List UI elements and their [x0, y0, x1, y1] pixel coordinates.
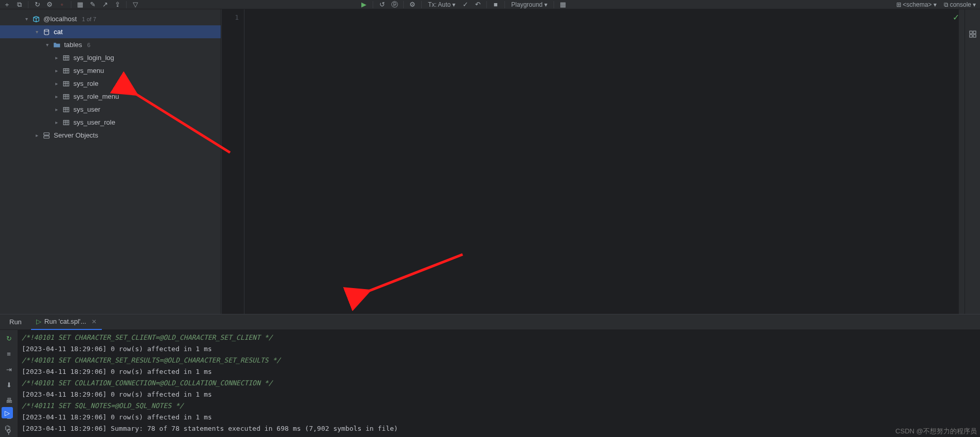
tree-connection-label: @localhost	[42, 15, 77, 23]
run-icon[interactable]: ▶	[359, 1, 369, 9]
chevron-right-icon[interactable]	[53, 94, 60, 99]
svg-rect-21	[64, 120, 69, 125]
table-icon	[62, 80, 70, 88]
settings-icon[interactable]: ⚙	[408, 1, 417, 9]
tree-table-row[interactable]: sys_login_log	[0, 51, 221, 64]
playground-dropdown[interactable]: Playground	[509, 1, 549, 8]
svg-rect-13	[64, 94, 69, 99]
layout-icon[interactable]: ▦	[558, 1, 568, 9]
export-icon[interactable]: ⇪	[113, 1, 122, 9]
tree-table-row[interactable]: sys_role	[0, 77, 221, 90]
tree-connection-badge: 1 of 7	[82, 16, 97, 22]
filter-icon[interactable]: ▽	[131, 1, 140, 9]
tx-mode-dropdown[interactable]: Tx: Auto	[426, 1, 457, 8]
structure-icon[interactable]: ⌬	[3, 424, 12, 432]
datasource-icon	[32, 15, 40, 23]
svg-rect-29	[970, 35, 972, 37]
edit-icon[interactable]: ✎	[88, 1, 97, 9]
console-log-line: [2023-04-11 18:29:06] Summary: 78 of 78 …	[22, 423, 976, 434]
watermark: CSDN @不想努力的程序员	[895, 427, 977, 436]
jump-icon[interactable]: ↗	[100, 1, 110, 9]
chevron-right-icon[interactable]	[33, 132, 40, 138]
chevron-down-icon	[933, 1, 937, 8]
tree-table-row[interactable]: sys_role_menu	[0, 90, 221, 103]
tree-connection[interactable]: @localhost 1 of 7	[0, 12, 221, 25]
top-toolbar: ＋ ⧉ ↻ ⚙ ◦ ▦ ✎ ↗ ⇪ ▽ ▶ ↺ ⓟ ⚙ Tx: Auto ✓ ↶	[0, 0, 980, 9]
chevron-down-icon[interactable]	[33, 29, 40, 35]
table-icon[interactable]: ▦	[75, 1, 85, 9]
server-objects-icon	[42, 131, 51, 140]
chevron-down-icon	[973, 1, 976, 8]
download-icon[interactable]: ⬇	[3, 380, 14, 390]
code-editor[interactable]	[244, 9, 958, 314]
tree-table-row[interactable]: sys_user	[0, 103, 221, 116]
right-toolwindow-strip	[964, 9, 980, 314]
close-icon[interactable]: ✕	[91, 318, 97, 325]
tree-schema[interactable]: cat	[0, 25, 221, 38]
tree-table-label: sys_menu	[72, 67, 104, 74]
schema-icon	[42, 28, 51, 36]
table-icon	[62, 93, 70, 101]
console-sql-comment: /*!40101 SET CHARACTER_SET_CLIENT=@OLD_C…	[22, 332, 976, 343]
chevron-right-icon[interactable]	[53, 55, 60, 61]
tree-tables-count: 6	[87, 42, 90, 48]
print-icon[interactable]: 🖶	[3, 395, 14, 405]
svg-rect-26	[44, 135, 50, 138]
svg-rect-28	[973, 31, 976, 34]
chevron-down-icon	[452, 1, 455, 8]
explain-icon[interactable]: ⓟ	[390, 1, 399, 9]
chevron-right-icon[interactable]	[53, 81, 60, 86]
console-sql-comment: /*!40101 SET COLLATION_CONNECTION=@OLD_C…	[22, 378, 976, 389]
rollback-icon[interactable]: ↶	[473, 1, 482, 9]
rerun-icon[interactable]: ↻	[3, 333, 14, 343]
copy-icon[interactable]: ⧉	[14, 1, 24, 9]
inspection-ok-icon[interactable]: ✓	[953, 12, 959, 22]
editor-area: 1 ✓	[221, 9, 964, 314]
chevron-right-icon[interactable]	[53, 119, 60, 125]
run-toolwindow-button[interactable]: ▷	[2, 407, 13, 418]
refresh-icon[interactable]: ↻	[33, 1, 42, 9]
tree-table-row[interactable]: sys_menu	[0, 64, 221, 77]
chevron-down-icon[interactable]	[43, 42, 51, 48]
tab-run-script[interactable]: ▷ Run 'cat.spl'... ✕	[31, 314, 102, 330]
gear-icon[interactable]: ⚙	[45, 1, 54, 9]
console-sql-comment: /*!40111 SET SQL_NOTES=@OLD_SQL_NOTES */	[22, 400, 976, 412]
schema-dropdown[interactable]: ⊞ <schema>	[894, 1, 939, 8]
tree-table-label: sys_role	[72, 80, 98, 87]
database-tree[interactable]: @localhost 1 of 7 cat tables 6 sys_login…	[0, 9, 221, 314]
run-panel-tabs: Run ▷ Run 'cat.spl'... ✕	[0, 314, 980, 330]
chevron-right-icon[interactable]	[53, 68, 60, 73]
svg-point-0	[44, 29, 49, 31]
tree-server-objects[interactable]: Server Objects	[0, 129, 221, 142]
table-icon	[62, 118, 70, 127]
history-icon[interactable]: ↺	[377, 1, 387, 9]
scrollbar[interactable]	[958, 9, 964, 314]
tab-run-label: Run	[9, 318, 22, 326]
chevron-down-icon[interactable]	[23, 16, 30, 22]
add-icon[interactable]: ＋	[2, 1, 11, 9]
table-icon	[62, 54, 70, 62]
stop-icon[interactable]: ◦	[57, 1, 67, 9]
commit-icon[interactable]: ✓	[461, 1, 470, 9]
tool-db-icon[interactable]	[968, 30, 977, 38]
tree-schema-label: cat	[53, 28, 63, 36]
tree-table-row[interactable]: sys_user_role	[0, 116, 221, 129]
cancel-icon[interactable]: ■	[491, 1, 500, 9]
tree-server-objects-label: Server Objects	[53, 131, 98, 139]
chevron-right-icon[interactable]	[53, 107, 60, 112]
svg-rect-25	[44, 132, 50, 134]
svg-rect-17	[64, 107, 69, 112]
svg-rect-5	[64, 68, 69, 73]
tab-run[interactable]: Run	[4, 314, 27, 330]
console-log-line: [2023-04-11 18:29:06] 0 row(s) affected …	[22, 343, 976, 355]
tree-tables-label: tables	[63, 41, 82, 49]
stop-icon[interactable]: ≡	[3, 349, 14, 359]
folder-icon	[53, 41, 61, 49]
console-output[interactable]: /*!40101 SET CHARACTER_SET_CLIENT=@OLD_C…	[18, 330, 980, 437]
console-dropdown[interactable]: ⧉ console	[942, 1, 978, 8]
tree-table-label: sys_user	[72, 106, 100, 113]
tree-tables-folder[interactable]: tables 6	[0, 38, 221, 51]
softwrap-icon[interactable]: ⇥	[3, 364, 14, 374]
editor-gutter: 1	[221, 9, 244, 314]
table-icon	[62, 106, 70, 114]
